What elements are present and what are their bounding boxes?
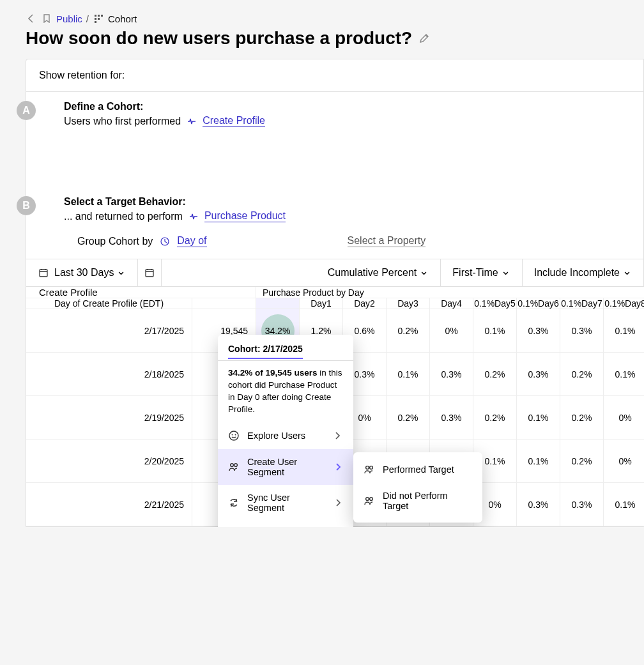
pct-cell[interactable]: 0.1% — [604, 309, 644, 353]
pct-cell[interactable]: 0.1% — [604, 353, 644, 396]
explore-users[interactable]: Explore Users — [218, 422, 353, 449]
pct-cell[interactable]: 0.3% — [517, 483, 560, 526]
clock-icon — [159, 236, 171, 247]
pct-cell[interactable]: 0.3% — [517, 309, 560, 353]
cohort-popover: Cohort: 2/17/2025 34.2% of 19,545 users … — [218, 335, 353, 527]
users-icon — [364, 495, 375, 507]
breadcrumb-cohort: Cohort — [108, 13, 137, 24]
users-icon — [364, 464, 375, 475]
svg-rect-1 — [98, 15, 100, 17]
svg-point-10 — [232, 434, 233, 435]
pct-cell[interactable]: 0.2% — [387, 309, 430, 353]
cumulative-toggle[interactable]: Cumulative Percent — [162, 259, 441, 286]
sync-user-segment[interactable]: Sync User Segment — [218, 485, 353, 521]
step-a-badge: A — [17, 101, 36, 120]
pct-cell[interactable]: 0.2% — [473, 353, 517, 396]
date-range[interactable]: Last 30 Days — [26, 259, 138, 286]
svg-point-12 — [231, 463, 234, 466]
pct-cell[interactable]: 0.2% — [473, 396, 517, 440]
pct-cell[interactable]: 0.3% — [560, 309, 604, 353]
pct-cell[interactable]: 0.2% — [560, 396, 604, 440]
first-time-toggle[interactable]: First-Time — [441, 259, 522, 286]
page-title: How soon do new users purchase a product… — [26, 28, 644, 49]
svg-rect-4 — [98, 18, 100, 20]
svg-rect-8 — [146, 270, 153, 277]
day-header-8: 0.1%Day8 — [604, 298, 644, 309]
svg-rect-0 — [95, 15, 96, 17]
pct-cell[interactable]: 0.3% — [517, 353, 560, 396]
popover-title: Cohort: 2/17/2025 — [228, 344, 303, 359]
svg-point-15 — [370, 466, 373, 470]
group-by-value[interactable]: Day of — [177, 235, 206, 247]
day-header-0 — [256, 298, 300, 309]
date-cell: 2/17/2025 — [26, 309, 192, 353]
svg-point-14 — [366, 466, 369, 470]
users-header — [192, 298, 256, 309]
svg-point-16 — [366, 498, 369, 501]
row-label-header: Day of Create Profile (EDT) — [26, 298, 192, 309]
svg-point-9 — [229, 431, 238, 440]
svg-point-11 — [235, 434, 236, 435]
day-header-6: 0.1%Day6 — [517, 298, 560, 309]
step-a-event[interactable]: Create Profile — [203, 115, 265, 127]
pct-cell[interactable]: 0% — [604, 396, 644, 440]
date-cell: 2/18/2025 — [26, 353, 192, 396]
step-b-line: ... and returned to perform — [64, 211, 183, 222]
performed-target[interactable]: Performed Target — [353, 456, 482, 483]
svg-point-13 — [234, 463, 238, 466]
svg-rect-3 — [95, 18, 96, 20]
include-incomplete-toggle[interactable]: Include Incomplete — [523, 259, 643, 286]
pct-cell[interactable]: 0.1% — [473, 309, 517, 353]
chevron-right-icon — [332, 497, 343, 508]
pct-cell[interactable]: 0.1% — [604, 483, 644, 526]
pct-cell[interactable]: 0.2% — [387, 396, 430, 440]
pct-cell[interactable]: 0% — [604, 440, 644, 483]
pct-cell[interactable]: 0.2% — [560, 440, 604, 483]
pct-cell[interactable]: 0.3% — [430, 396, 473, 440]
table-left-title: Create Profile — [26, 287, 256, 298]
step-b-badge: B — [17, 196, 36, 215]
select-property[interactable]: Select a Property — [348, 235, 426, 247]
group-by-label: Group Cohort by — [77, 236, 153, 247]
grid-icon — [93, 13, 104, 24]
back-icon[interactable] — [26, 13, 37, 24]
day-header-4: Day4 — [430, 298, 473, 309]
pct-cell[interactable]: 0.3% — [560, 483, 604, 526]
step-a: A Define a Cohort: Users who first perfo… — [26, 92, 643, 136]
pct-cell[interactable]: 0.1% — [517, 396, 560, 440]
did-not-perform-target[interactable]: Did not Perform Target — [353, 483, 482, 519]
chevron-right-icon — [333, 461, 343, 473]
create-user-segment[interactable]: Create User Segment — [218, 449, 353, 485]
pct-cell[interactable]: 0.1% — [517, 440, 560, 483]
toolbar: Last 30 Days Cumulative Percent First-Ti… — [26, 259, 643, 286]
pulse-icon — [187, 117, 196, 126]
svg-point-17 — [370, 498, 373, 501]
date-cell: 2/21/2025 — [26, 483, 192, 526]
step-b-event[interactable]: Purchase Product — [204, 210, 286, 222]
day-header-3: Day3 — [387, 298, 430, 309]
pct-cell[interactable]: 0% — [430, 309, 473, 353]
day-header-7: 0.1%Day7 — [560, 298, 604, 309]
day-header-5: 0.1%Day5 — [473, 298, 517, 309]
chevron-right-icon — [332, 430, 343, 441]
step-a-line: Users who first performed — [64, 116, 181, 127]
edit-icon[interactable] — [418, 33, 430, 44]
pct-cell[interactable]: 0.3% — [430, 353, 473, 396]
day-header-1: Day1 — [300, 298, 343, 309]
bookmark-icon[interactable] — [41, 13, 52, 24]
step-b: B Select a Target Behavior: ... and retu… — [26, 187, 643, 231]
smile-icon — [228, 430, 240, 441]
pct-cell[interactable]: 0.2% — [560, 353, 604, 396]
sync-icon — [228, 497, 240, 508]
retention-label: Show retention for: — [26, 59, 643, 92]
date-cell: 2/20/2025 — [26, 440, 192, 483]
calendar-secondary[interactable] — [138, 259, 162, 286]
pulse-icon — [189, 212, 198, 221]
calendar-icon — [38, 267, 49, 279]
pct-cell[interactable]: 0.1% — [387, 353, 430, 396]
popover-text: 34.2% of 19,545 users in this cohort did… — [218, 367, 353, 422]
step-b-title: Select a Target Behavior: — [64, 196, 286, 208]
svg-rect-7 — [40, 270, 47, 277]
users-to-csv[interactable]: Users to CSV — [218, 521, 353, 527]
breadcrumb-public[interactable]: Public — [56, 13, 82, 24]
